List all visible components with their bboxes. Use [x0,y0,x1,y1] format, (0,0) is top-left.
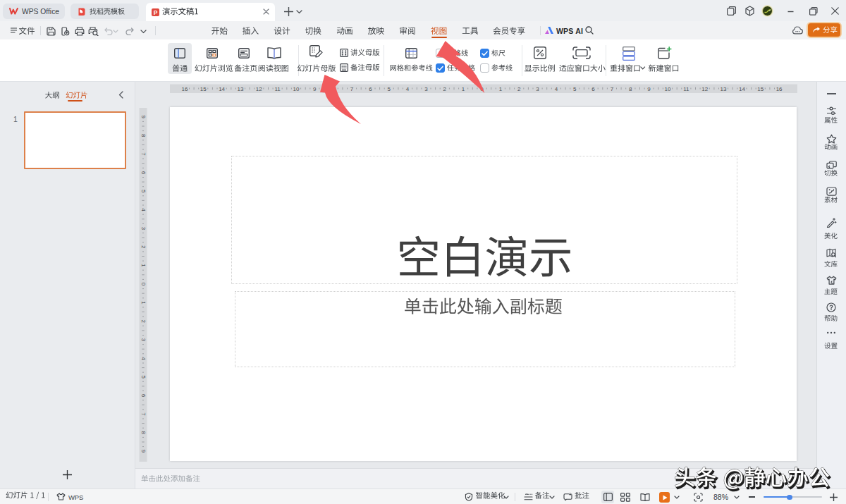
svg-text:8: 8 [140,134,147,137]
svg-text:4: 4 [406,86,410,92]
svg-text:15: 15 [757,86,764,92]
svg-text:8: 8 [629,86,632,92]
svg-text:7: 7 [611,86,614,92]
svg-text:1: 1 [140,264,147,267]
svg-text:10: 10 [665,86,671,92]
svg-text:14: 14 [219,86,225,92]
svg-text:2: 2 [517,86,521,92]
svg-text:16: 16 [776,86,783,92]
svg-text:13: 13 [237,86,243,92]
svg-text:15: 15 [200,86,207,92]
svg-text:P: P [154,8,158,16]
svg-text:11: 11 [274,86,281,92]
svg-text:4: 4 [140,357,147,360]
svg-text:8: 8 [331,86,335,92]
svg-text:12: 12 [701,86,708,92]
svg-text:3: 3 [140,227,147,231]
svg-text:1: 1 [499,86,503,92]
svg-text:6: 6 [140,171,147,175]
svg-text:2: 2 [140,245,147,249]
svg-text:5: 5 [388,86,391,92]
svg-text:9: 9 [313,86,317,92]
svg-text:5: 5 [140,190,147,193]
svg-text:6: 6 [591,86,595,92]
svg-text:1: 1 [462,86,465,92]
svg-text:9: 9 [140,116,147,119]
svg-text:5: 5 [140,376,147,379]
svg-text:11: 11 [683,86,689,92]
svg-text:9: 9 [647,86,651,92]
svg-text:0: 0 [140,283,147,286]
svg-text:3: 3 [140,338,147,342]
svg-text:8: 8 [140,431,147,435]
svg-text:3: 3 [536,86,539,92]
svg-text:4: 4 [555,86,558,92]
svg-text:7: 7 [140,152,147,156]
svg-text:5: 5 [573,86,577,92]
svg-text:14: 14 [739,86,745,92]
svg-text:7: 7 [350,86,354,92]
svg-text:7: 7 [140,412,147,416]
svg-text:12: 12 [256,86,262,92]
svg-text:2: 2 [443,86,447,92]
svg-text:16: 16 [181,86,188,92]
svg-text:4: 4 [140,208,147,211]
svg-text:3: 3 [424,86,428,92]
svg-text:6: 6 [140,394,147,398]
svg-text:1: 1 [140,301,147,305]
svg-text:13: 13 [721,86,727,92]
svg-text:9: 9 [140,450,147,453]
svg-text:10: 10 [293,86,300,92]
svg-text:2: 2 [140,319,147,323]
svg-text:0: 0 [480,86,484,92]
svg-text:6: 6 [369,86,372,92]
